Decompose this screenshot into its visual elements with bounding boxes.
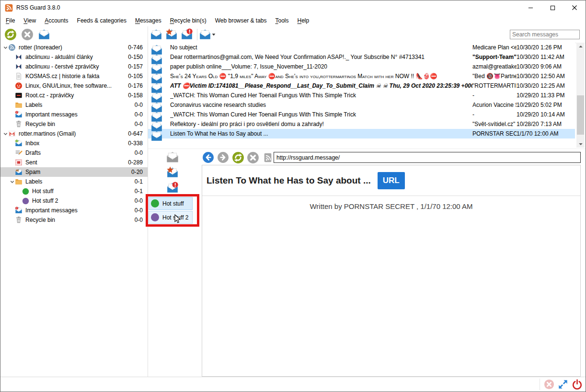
- feed-count: 0-0: [135, 207, 143, 214]
- feed-row-sent[interactable]: Sent0-289: [0, 158, 148, 167]
- stop-update-button[interactable]: [21, 28, 34, 41]
- mark-message-read-button[interactable]: [150, 28, 162, 41]
- message-subject: Listen To What he Has to Say about ...: [170, 130, 472, 137]
- search-input[interactable]: [510, 30, 580, 39]
- chevron-down-icon[interactable]: [2, 131, 8, 137]
- mail-excl-icon: [166, 182, 179, 194]
- quit-button[interactable]: [571, 379, 583, 390]
- rss-source-button[interactable]: [262, 151, 274, 163]
- message-date: 10/30/20 12:25 AM: [517, 82, 575, 89]
- mark-alert-button[interactable]: [165, 181, 180, 195]
- feed-row-kosmas-cz-historie-a-fakta[interactable]: KOSMAS.cz | historie a fakta0-105: [0, 71, 148, 81]
- feed-row-abclinuxu-aktu-ln-l-nky[interactable]: abclinuxu - aktuální články0-150: [0, 52, 148, 62]
- feed-row-recycle-bin[interactable]: Recycle bin0-0: [0, 119, 148, 129]
- menu-web-browser-tabs[interactable]: Web browser & tabs: [211, 16, 271, 25]
- feed-count: 0-0: [135, 102, 143, 108]
- feed-row-drafts[interactable]: Drafts0-0: [0, 148, 148, 158]
- mail-open-icon: [150, 63, 158, 70]
- message-row[interactable]: Dear rottermartinos@gmail.com, We Need Y…: [148, 52, 575, 62]
- message-date: 10/30/20 11:42 AM: [517, 54, 575, 60]
- label-name: Hot stuff: [162, 200, 184, 207]
- splitter[interactable]: [148, 149, 586, 149]
- window-controls: [519, 0, 586, 15]
- feed-row-hot-stuff[interactable]: Hot stuff0-1: [0, 186, 148, 196]
- message-row[interactable]: Reflektory - ideální pro práci i pro osv…: [148, 119, 575, 129]
- feed-row-rotter-inoreader[interactable]: rotter (Inoreader)0-746: [0, 43, 148, 52]
- feed-row-rotter-martinos-gmail[interactable]: rotter.martinos (Gmail)0-647: [0, 129, 148, 138]
- feed-row-abclinuxu-erstv-zpr-vi-ky[interactable]: abclinuxu - čerstvé zprávičky0-157: [0, 62, 148, 71]
- message-row[interactable]: Coronavirus vaccine research studiesAcur…: [148, 100, 575, 110]
- message-row[interactable]: _WATCH: This Woman Cured Her Toenail Fun…: [148, 91, 575, 100]
- message-row[interactable]: paper publish online___Volume: 7, Issue_…: [148, 62, 575, 71]
- label-button-hot-stuff[interactable]: Hot stuff: [149, 197, 193, 210]
- feed-row-labels[interactable]: Labels0-0: [0, 100, 148, 110]
- menu-view[interactable]: View: [19, 16, 40, 25]
- scroll-up-arrow[interactable]: [576, 43, 585, 50]
- menu-feeds-categories[interactable]: Feeds & categories: [73, 16, 131, 25]
- status-actions: [543, 379, 583, 390]
- message-author: Medicare Plan <e...: [472, 44, 517, 51]
- mail-open-icon: [38, 28, 50, 41]
- feed-row-recycle-bin[interactable]: Recycle bin0-0: [0, 215, 148, 225]
- message-row[interactable]: No subjectMedicare Plan <e...10/30/20 1:…: [148, 43, 575, 52]
- feed-label: Labels: [25, 178, 135, 185]
- url-input[interactable]: [274, 152, 581, 163]
- chevron-down-icon[interactable]: [9, 179, 15, 184]
- menu-tools[interactable]: Tools: [271, 16, 293, 25]
- power-icon: [572, 379, 583, 390]
- feed-row-linux-gnu-linux-free-software[interactable]: Linux, GNU/Linux, free software...0-176: [0, 81, 148, 91]
- chevron-down-icon[interactable]: [2, 45, 8, 50]
- message-row[interactable]: _WATCH: This Woman Cured Her Toenail Fun…: [148, 110, 575, 119]
- feed-row-important-messages[interactable]: Important messages0-0: [0, 110, 148, 119]
- feed-row-hot-stuff-2[interactable]: Hot stuff 20-0: [0, 196, 148, 206]
- mail-open-icon: [150, 28, 162, 41]
- message-author: PORNSTAR SECR...: [472, 130, 517, 137]
- message-row[interactable]: She's 24 Years Old ⛔ "1,9 miles" Away ⛔a…: [148, 71, 575, 81]
- message-date: 10/29/20 11:33 PM: [517, 92, 575, 99]
- reload-button[interactable]: [232, 151, 244, 163]
- close-button[interactable]: [563, 0, 586, 15]
- menu-bar: FileViewAccountsFeeds & categoriesMessag…: [0, 15, 586, 26]
- menu-accounts[interactable]: Accounts: [40, 16, 72, 25]
- scrollbar-thumb[interactable]: [577, 95, 584, 135]
- feed-row-inbox[interactable]: Inbox0-338: [0, 138, 148, 148]
- feed-row-labels[interactable]: Labels0-1: [0, 177, 148, 186]
- feed-row-spam[interactable]: Spam0-20: [0, 167, 148, 177]
- message-list: No subjectMedicare Plan <e...10/30/20 1:…: [148, 43, 575, 148]
- maximize-button[interactable]: [541, 0, 563, 15]
- message-alert-button[interactable]: [181, 28, 193, 41]
- url-button[interactable]: URL: [378, 172, 405, 189]
- message-read-menu-button[interactable]: [201, 28, 214, 41]
- feed-row-important-messages[interactable]: Important messages0-0: [0, 206, 148, 215]
- scroll-down-arrow[interactable]: [576, 140, 585, 148]
- minimize-button[interactable]: [519, 0, 541, 15]
- fullscreen-button[interactable]: [557, 379, 569, 390]
- stop-icon: [247, 151, 259, 164]
- browser-nav-toolbar: [202, 151, 274, 163]
- mark-read-button[interactable]: [165, 150, 180, 164]
- mark-important-button[interactable]: [165, 165, 180, 180]
- back-button[interactable]: [202, 151, 214, 163]
- menu-help[interactable]: Help: [293, 16, 314, 25]
- message-author: "Bed 🔞👅Partne...: [472, 73, 517, 80]
- rootcz-icon: [15, 92, 23, 100]
- feed-label: Labels: [25, 102, 135, 108]
- message-author: "ROTTERMARTIN...: [472, 82, 517, 89]
- label-button-hot-stuff-2[interactable]: Hot stuff 2: [149, 211, 193, 224]
- message-list-scrollbar[interactable]: [576, 43, 585, 148]
- message-toolbar: [150, 28, 214, 41]
- update-feeds-button[interactable]: [4, 28, 17, 41]
- menu-file[interactable]: File: [1, 16, 19, 25]
- mark-message-important-button[interactable]: [165, 28, 178, 41]
- feed-count: 0-0: [135, 197, 143, 204]
- stop-button[interactable]: [247, 151, 259, 163]
- message-row[interactable]: ATT ⛔Victim ID:1741081__Please_Respond__…: [148, 81, 575, 91]
- title-bar: RSS Guard 3.8.0: [0, 0, 586, 15]
- mark-feeds-read-button[interactable]: [38, 28, 50, 41]
- menu-recycle-bin-s[interactable]: Recycle bin(s): [166, 16, 211, 25]
- menu-messages[interactable]: Messages: [131, 16, 166, 25]
- forward-button[interactable]: [217, 151, 229, 163]
- forward-icon: [217, 151, 229, 163]
- message-row[interactable]: Listen To What he Has to Say about ...PO…: [148, 129, 575, 138]
- feed-row-root-cz-zpr-vi-ky[interactable]: Root.cz - zprávičky0-158: [0, 91, 148, 100]
